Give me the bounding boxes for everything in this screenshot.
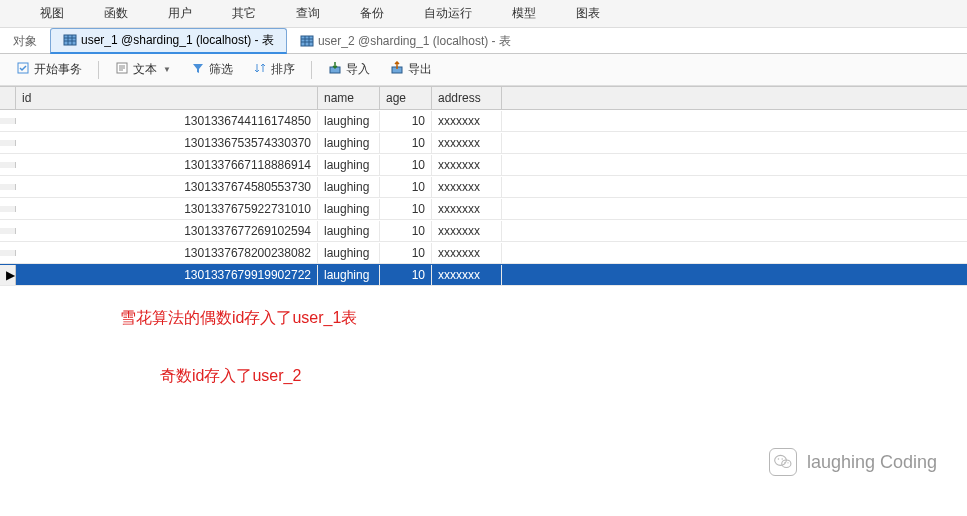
menu-autorun[interactable]: 自动运行 [404, 3, 492, 24]
import-icon [328, 61, 342, 78]
tab-bar: 对象 user_1 @sharding_1 (localhost) - 表 us… [0, 28, 967, 54]
cell-address[interactable]: xxxxxxx [432, 221, 502, 241]
svg-point-20 [781, 458, 783, 460]
main-menu-bar: 视图 函数 用户 其它 查询 备份 自动运行 模型 图表 [0, 0, 967, 28]
menu-function[interactable]: 函数 [84, 3, 148, 24]
toolbar: 开始事务 文本 ▼ 筛选 排序 导入 导出 [0, 54, 967, 86]
row-indicator: ▶ [0, 265, 16, 285]
cell-address[interactable]: xxxxxxx [432, 265, 502, 285]
cell-address[interactable]: xxxxxxx [432, 177, 502, 197]
cell-id[interactable]: 1301337674580553730 [16, 177, 318, 197]
cell-address[interactable]: xxxxxxx [432, 133, 502, 153]
row-indicator [0, 228, 16, 234]
row-gutter-header [0, 87, 16, 109]
cell-id[interactable]: 1301337679919902722 [16, 265, 318, 285]
row-indicator [0, 206, 16, 212]
svg-rect-0 [64, 35, 76, 45]
cell-address[interactable]: xxxxxxx [432, 243, 502, 263]
cell-age[interactable]: 10 [380, 265, 432, 285]
cell-id[interactable]: 1301337677269102594 [16, 221, 318, 241]
row-indicator [0, 140, 16, 146]
data-grid: id name age address 1301336744116174850l… [0, 86, 967, 286]
table-icon [63, 33, 77, 47]
import-label: 导入 [346, 61, 370, 78]
svg-point-19 [778, 458, 780, 460]
export-icon [390, 61, 404, 78]
table-row[interactable]: 1301337678200238082laughing10xxxxxxx [0, 242, 967, 264]
table-icon [300, 34, 314, 48]
text-button[interactable]: 文本 ▼ [109, 59, 177, 80]
annotation-odd-id: 奇数id存入了user_2 [160, 366, 301, 387]
column-header-name[interactable]: name [318, 87, 380, 109]
filter-button[interactable]: 筛选 [185, 59, 239, 80]
cell-address[interactable]: xxxxxxx [432, 155, 502, 175]
table-row[interactable]: 1301337667118886914laughing10xxxxxxx [0, 154, 967, 176]
table-row[interactable]: 1301337674580553730laughing10xxxxxxx [0, 176, 967, 198]
cell-address[interactable]: xxxxxxx [432, 111, 502, 131]
begin-transaction-button[interactable]: 开始事务 [10, 59, 88, 80]
menu-user[interactable]: 用户 [148, 3, 212, 24]
cell-age[interactable]: 10 [380, 155, 432, 175]
cell-name[interactable]: laughing [318, 177, 380, 197]
import-button[interactable]: 导入 [322, 59, 376, 80]
column-header-id[interactable]: id [16, 87, 318, 109]
tab-user2-table[interactable]: user_2 @sharding_1 (localhost) - 表 [287, 28, 524, 54]
text-icon [115, 61, 129, 78]
svg-rect-5 [301, 36, 313, 46]
svg-point-22 [787, 462, 788, 463]
tab-objects[interactable]: 对象 [0, 28, 50, 54]
cell-id[interactable]: 1301336753574330370 [16, 133, 318, 153]
export-label: 导出 [408, 61, 432, 78]
cell-name[interactable]: laughing [318, 243, 380, 263]
cell-name[interactable]: laughing [318, 155, 380, 175]
cell-address[interactable]: xxxxxxx [432, 199, 502, 219]
table-row[interactable]: ▶1301337679919902722laughing10xxxxxxx [0, 264, 967, 286]
cell-id[interactable]: 1301337678200238082 [16, 243, 318, 263]
cell-id[interactable]: 1301337667118886914 [16, 155, 318, 175]
tab-user1-table[interactable]: user_1 @sharding_1 (localhost) - 表 [50, 28, 287, 54]
sort-icon [253, 61, 267, 78]
cell-age[interactable]: 10 [380, 221, 432, 241]
table-row[interactable]: 1301336744116174850laughing10xxxxxxx [0, 110, 967, 132]
cell-age[interactable]: 10 [380, 133, 432, 153]
cell-name[interactable]: laughing [318, 221, 380, 241]
cell-name[interactable]: laughing [318, 111, 380, 131]
menu-backup[interactable]: 备份 [340, 3, 404, 24]
filter-label: 筛选 [209, 61, 233, 78]
svg-point-21 [784, 462, 785, 463]
table-row[interactable]: 1301336753574330370laughing10xxxxxxx [0, 132, 967, 154]
filter-icon [191, 61, 205, 78]
cell-age[interactable]: 10 [380, 243, 432, 263]
cell-name[interactable]: laughing [318, 265, 380, 285]
menu-model[interactable]: 模型 [492, 3, 556, 24]
column-header-address[interactable]: address [432, 87, 502, 109]
menu-other[interactable]: 其它 [212, 3, 276, 24]
row-indicator [0, 118, 16, 124]
separator [311, 61, 312, 79]
row-indicator [0, 162, 16, 168]
cell-id[interactable]: 1301336744116174850 [16, 111, 318, 131]
row-indicator [0, 250, 16, 256]
table-row[interactable]: 1301337677269102594laughing10xxxxxxx [0, 220, 967, 242]
column-header-age[interactable]: age [380, 87, 432, 109]
export-button[interactable]: 导出 [384, 59, 438, 80]
cell-age[interactable]: 10 [380, 177, 432, 197]
cell-name[interactable]: laughing [318, 133, 380, 153]
tab-objects-label: 对象 [13, 33, 37, 50]
tab-user2-label: user_2 @sharding_1 (localhost) - 表 [318, 33, 511, 50]
cell-id[interactable]: 1301337675922731010 [16, 199, 318, 219]
cell-name[interactable]: laughing [318, 199, 380, 219]
menu-view[interactable]: 视图 [20, 3, 84, 24]
sort-button[interactable]: 排序 [247, 59, 301, 80]
sort-label: 排序 [271, 61, 295, 78]
menu-chart[interactable]: 图表 [556, 3, 620, 24]
annotation-even-id: 雪花算法的偶数id存入了user_1表 [120, 308, 357, 329]
cell-age[interactable]: 10 [380, 111, 432, 131]
chevron-down-icon: ▼ [163, 65, 171, 74]
cell-age[interactable]: 10 [380, 199, 432, 219]
tab-user1-label: user_1 @sharding_1 (localhost) - 表 [81, 32, 274, 49]
begin-transaction-label: 开始事务 [34, 61, 82, 78]
menu-query[interactable]: 查询 [276, 3, 340, 24]
table-row[interactable]: 1301337675922731010laughing10xxxxxxx [0, 198, 967, 220]
separator [98, 61, 99, 79]
